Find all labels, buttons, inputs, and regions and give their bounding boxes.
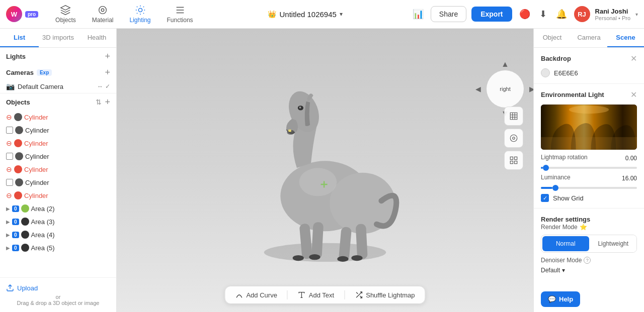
upload-area: Upload orDrag & drop a 3D object or imag… (0, 277, 116, 312)
tab-object[interactable]: Object (534, 29, 571, 47)
tab-list[interactable]: List (0, 29, 39, 47)
list-item[interactable]: Cylinder (0, 150, 116, 163)
backdrop-close-button[interactable]: ✕ (630, 54, 637, 63)
list-item[interactable]: ⊖ Cylinder (0, 137, 116, 150)
gizmo-right-button[interactable]: ▶ (529, 85, 533, 93)
main-content: List 3D imports Health Lights + Cameras … (0, 29, 644, 312)
add-object-button[interactable]: + (105, 97, 110, 107)
nav-material-label: Material (92, 17, 114, 24)
perspective-toggle-button[interactable] (504, 107, 523, 126)
tab-health[interactable]: Health (77, 29, 116, 47)
env-light-preview[interactable] (541, 105, 637, 150)
analytics-icon-button[interactable]: 📊 (411, 7, 426, 22)
camera-check-button[interactable]: ✓ (105, 83, 110, 90)
list-item[interactable]: ⊖ Cylinder (0, 189, 116, 202)
list-item[interactable]: ▶ 0 Area (5) (0, 241, 116, 254)
object-color-dot (15, 126, 23, 134)
box-icon (6, 127, 13, 134)
add-light-button[interactable]: + (105, 52, 110, 61)
nav-item-objects[interactable]: Objects (48, 2, 83, 27)
tab-scene[interactable]: Scene (607, 29, 644, 47)
show-grid-row: ✓ Show Grid (541, 194, 637, 202)
list-item[interactable]: ▶ 0 Area (3) (0, 215, 116, 228)
grid-view-button[interactable] (504, 151, 523, 170)
app-logo[interactable]: W (6, 6, 22, 22)
object-color-dot (15, 152, 23, 160)
chevron-right-icon: ▶ (6, 232, 10, 238)
svg-rect-13 (311, 222, 324, 259)
shuffle-lightmap-label: Shuffle Lightmap (366, 291, 415, 299)
chevron-right-icon: ▶ (6, 245, 10, 251)
nav-item-lighting[interactable]: Lighting (122, 2, 157, 27)
bell-icon-button[interactable]: 🔔 (554, 7, 569, 22)
render-settings-title: Render settings (541, 216, 590, 223)
lightweight-mode-button[interactable]: Lightweight (590, 235, 637, 252)
wireframe-button[interactable] (504, 129, 523, 148)
luminance-label: Luminance (541, 174, 571, 181)
help-button[interactable]: 💬 Help (541, 291, 580, 307)
document-title: Untitled 1026945 (279, 10, 336, 19)
lightmap-rotation-thumb (543, 165, 549, 171)
object-color-dot (14, 113, 22, 121)
show-grid-checkbox[interactable]: ✓ (541, 194, 549, 202)
gizmo-up-button[interactable]: ▲ (500, 59, 510, 70)
backdrop-header: Backdrop ✕ (541, 54, 637, 63)
download-icon-button[interactable]: ⬇ (537, 7, 549, 22)
list-item[interactable]: ⊖ Cylinder (0, 163, 116, 176)
tab-camera[interactable]: Camera (571, 29, 607, 47)
nav-functions-label: Functions (167, 17, 193, 24)
user-subscription: Personal • Pro (595, 15, 631, 21)
lightmap-rotation-slider[interactable] (541, 167, 637, 169)
add-camera-button[interactable]: + (105, 68, 110, 77)
list-item[interactable]: ▶ 0 Area (2) (0, 202, 116, 215)
help-label: Help (559, 295, 573, 303)
title-chevron-button[interactable]: ▾ (340, 11, 343, 18)
list-item[interactable]: ▶ 0 Area (4) (0, 228, 116, 241)
tab-3d-imports[interactable]: 3D imports (39, 29, 77, 47)
denoiser-info-icon[interactable]: ? (584, 257, 591, 264)
upload-button[interactable]: Upload (6, 284, 38, 292)
normal-mode-button[interactable]: Normal (542, 236, 589, 251)
nav-lighting-label: Lighting (129, 17, 150, 24)
object-name: Cylinder (25, 179, 49, 186)
minus-icon: ⊖ (6, 139, 12, 147)
area-name: Area (4) (31, 231, 55, 239)
export-button[interactable]: Export (471, 7, 512, 22)
luminance-slider[interactable] (541, 187, 637, 189)
camera-toggle-button[interactable]: ↔ (97, 83, 103, 90)
help-section: 💬 Help (534, 286, 644, 312)
object-color-dot (14, 191, 22, 199)
cameras-label: Cameras (6, 69, 34, 76)
lights-section-header: Lights + (0, 48, 116, 65)
add-text-tool[interactable]: Add Text (298, 291, 334, 299)
cube-icon (60, 5, 71, 16)
viewport[interactable]: ▲ ◀ right ▶ ▼ (117, 29, 533, 312)
backdrop-color-swatch[interactable] (541, 68, 550, 77)
lightmap-rotation-row: Lightmap rotation 0.00 (541, 154, 637, 163)
list-item[interactable]: Cylinder (0, 124, 116, 137)
nav-item-material[interactable]: Material (85, 2, 121, 27)
list-item[interactable]: ⊖ Cylinder (0, 111, 116, 124)
box-wireframe-icon (509, 134, 518, 143)
luminance-fill (541, 187, 552, 189)
box-icon (6, 153, 13, 160)
luminance-thumb (552, 185, 558, 191)
notification-dot-button[interactable]: 🔴 (517, 7, 532, 22)
add-curve-tool[interactable]: Add Curve (235, 291, 277, 299)
object-name: Cylinder (24, 166, 48, 173)
objects-sort-button[interactable]: ⇅ (96, 97, 102, 107)
backdrop-title: Backdrop (541, 55, 571, 62)
object-color-dot (14, 165, 22, 173)
object-name: Cylinder (25, 153, 49, 160)
list-item[interactable]: Cylinder (0, 176, 116, 189)
area-name: Area (3) (31, 218, 55, 226)
nav-item-functions[interactable]: Functions (160, 2, 200, 27)
shuffle-lightmap-tool[interactable]: Shuffle Lightmap (355, 291, 415, 299)
env-light-close-button[interactable]: ✕ (630, 90, 637, 99)
separator (287, 290, 288, 299)
share-button[interactable]: Share (431, 6, 466, 22)
denoiser-value-row[interactable]: Default ▾ (541, 267, 637, 274)
user-info: Rani Joshi Personal • Pro (595, 8, 631, 21)
gizmo-left-button[interactable]: ◀ (475, 85, 481, 93)
default-camera-item[interactable]: 📷 Default Camera ↔ ✓ (0, 80, 116, 93)
